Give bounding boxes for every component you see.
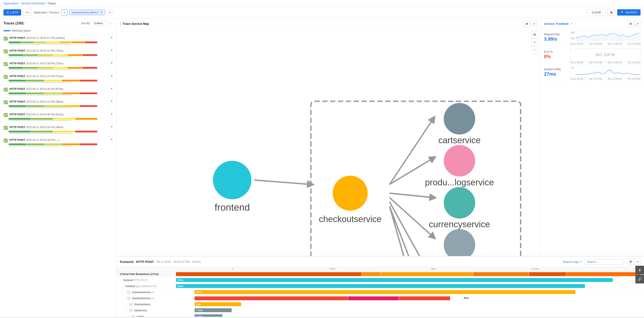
cart-icon-2: 📄 xyxy=(132,315,134,317)
service-popout-btn[interactable]: ⊞ xyxy=(628,21,634,27)
trace-row-bar-critical xyxy=(176,272,640,276)
traces-panel: Traces (100): Sort By: Outliers Newest D… xyxy=(0,18,116,317)
triangle-marker: ▼ xyxy=(111,125,113,128)
map-zoom-in-btn[interactable]: + xyxy=(531,39,538,46)
clear-button[interactable]: CLEAR xyxy=(587,9,606,16)
metric-info-duration: Duration (P95) 27ms xyxy=(544,68,568,77)
sort-select[interactable]: Outliers Newest Duration xyxy=(92,21,108,26)
trace-method: HTTP POST xyxy=(10,100,25,103)
breadcrumb-applications[interactable]: Applications xyxy=(4,2,18,5)
filter-value-text: opentelemetry-demo.* xyxy=(72,11,99,14)
checkout-icon-1: 📄 xyxy=(127,291,130,294)
trace-search-input[interactable] xyxy=(584,259,623,265)
expand-icon[interactable]: ⤢ xyxy=(110,22,113,25)
no-data-chart: NO DATA xyxy=(570,48,640,61)
trace-item[interactable]: ✅ HTTP POST 2023-08-11 08:52:38 PM (72ms… xyxy=(0,60,116,72)
axis-tue: Tue 12:00 AM xyxy=(627,43,640,45)
sub-bar xyxy=(9,69,71,70)
bar-checkout-pr: 9ms xyxy=(176,296,640,300)
filter-dropdown[interactable]: ▾ xyxy=(61,10,68,15)
timeline-9: 9ms xyxy=(431,267,436,270)
trace-map-panel: ℹ Trace Service Map ⊞ ⤢ ◎ + − xyxy=(116,18,540,256)
code-button[interactable]: </> xyxy=(23,9,32,16)
metric-info-request-rate: Request Rate 3.99/s xyxy=(544,33,568,42)
trace-item[interactable]: ✅ HTTP POST 2023-08-11 08:51:03 PM (71ms… xyxy=(0,72,116,85)
search-button[interactable]: 🔍 SEARCH xyxy=(617,9,640,16)
trace-row-checkout-ot[interactable]: − 📄 checkoutservice ot... 15ms xyxy=(116,289,644,295)
trace-item[interactable]: ✅ HTTP POST 2023-08-11 08:54:46 PM (67ms… xyxy=(0,85,116,98)
svg-point-9 xyxy=(213,161,252,199)
trace-item[interactable]: ✅ HTTP POST 2023-08-11 08:51:01 PM (59ms… xyxy=(0,98,116,111)
metric-chart-request-rate: 600 200 Sat 12:00 AM Sun 12:00 xyxy=(570,31,640,44)
trace-info: HTTP POST 2023-08-11 08:54:46 PM (67ms) xyxy=(10,87,109,91)
service-expand-btn[interactable]: ⤢ xyxy=(634,21,640,27)
trace-item[interactable]: ✅ HTTP POST 2023-08-11 08:44:48 PM (51ms… xyxy=(0,111,116,123)
trace-item[interactable]: ✅ HTTP POST 2023-08-11 08:54:56 PM (49ms… xyxy=(0,123,116,136)
search-logs-button[interactable]: Search Logs ↗ xyxy=(563,260,582,263)
trace-method: HTTP POST xyxy=(10,36,25,40)
cart-icon-1: 📄 xyxy=(130,309,132,312)
traces-title: Traces (100): xyxy=(4,21,24,25)
add-filter-button[interactable]: + xyxy=(107,10,113,16)
trace-method: HTTP POST xyxy=(10,113,25,116)
svg-text:produ...logservice: produ...logservice xyxy=(425,177,494,187)
check-icon: ✅ xyxy=(4,62,8,66)
trace-item[interactable]: ✅ HTTP POST 2023-08-11 08:45:57 PM (143m… xyxy=(0,34,116,47)
bars-row xyxy=(9,131,97,132)
external-link-icon[interactable]: ↗ xyxy=(570,22,572,25)
trace-time: 2023-08-11 08:52:38 PM (72ms) xyxy=(26,62,63,65)
check-icon: ✅ xyxy=(4,113,8,117)
trace-row-checkoutservi[interactable]: − 📄 checkoutservi... 1ms xyxy=(116,301,644,307)
right-panel: ℹ Trace Service Map ⊞ ⤢ ◎ + − xyxy=(116,18,644,317)
breadcrumb-current: Traces xyxy=(48,2,56,5)
label-frontend-grpc: − frontend grpc.oteldemo.Ch... xyxy=(120,285,176,288)
detail-duration: (18ms) xyxy=(192,260,200,263)
trace-time: 2023-08-11 08:51:01 PM (59ms) xyxy=(26,100,63,103)
metric-row-request-rate: Request Rate 3.99/s 600 200 xyxy=(540,29,644,46)
map-zoom-out-btn[interactable]: − xyxy=(531,46,538,53)
timeline-header: 0 4.5ms 9ms 13.5ms 18ms xyxy=(116,267,644,271)
svg-text:cartservice: cartservice xyxy=(438,135,480,145)
critical-path-label: Critical Path Breakdown (17ms) xyxy=(120,273,159,276)
sub-bar xyxy=(9,146,71,146)
trace-bars xyxy=(9,80,113,83)
breadcrumb-service-dashboard[interactable]: Service Dashboard xyxy=(21,2,45,5)
trace-row-frontend-post[interactable]: − frontend HTTP POST 17ms xyxy=(116,277,644,283)
breadcrumb-sep-1: › xyxy=(20,2,20,5)
map-expand-btn[interactable]: ⤢ xyxy=(531,21,537,27)
sparkline-request-rate xyxy=(576,32,640,41)
filter-close-icon[interactable]: ✕ xyxy=(100,11,103,14)
trace-bars xyxy=(9,118,113,121)
map-icon-btn-1[interactable]: ⊞ xyxy=(524,21,530,27)
trace-row-frontend-grpc[interactable]: − frontend grpc.oteldemo.Ch... 16ms xyxy=(116,283,644,289)
axis-mon: Mon 12:00 AM xyxy=(608,43,622,45)
check-icon: ✅ xyxy=(4,87,8,92)
matching-spans: Matching Spans xyxy=(0,28,116,34)
bookmark-button[interactable]: 🔖 xyxy=(607,9,616,16)
trace-row-critical[interactable]: Critical Path Breakdown (17ms) xyxy=(116,271,644,277)
bars-row xyxy=(9,67,97,69)
trace-bars xyxy=(9,54,113,57)
trace-info: HTTP POST 2023-08-11 08:44:48 PM (...) xyxy=(10,138,109,141)
filter-value-chip[interactable]: opentelemetry-demo.* ✕ xyxy=(69,10,105,15)
chevron-down-icon: ▾ xyxy=(64,11,65,14)
map-target-btn[interactable]: ◎ xyxy=(531,31,538,38)
timeline-13.5: 13.5ms xyxy=(531,267,539,270)
trace-item[interactable]: ✅ HTTP POST 2023-08-11 08:45:42 PM (73ms… xyxy=(0,47,116,60)
trace-row-cartservice[interactable]: − 📄 cartservice... < 1ms xyxy=(116,307,644,313)
link-btn[interactable]: 🔗 xyxy=(635,275,644,283)
download-btn[interactable]: ⬇ xyxy=(635,266,644,274)
trace-row-cartser[interactable]: − 📄 cartser... < 1ms xyxy=(116,313,644,317)
trace-item[interactable]: ✅ HTTP POST 2023-08-11 08:44:48 PM (...)… xyxy=(0,136,116,149)
lists-button[interactable]: ☰ LISTS xyxy=(4,9,21,16)
traces-header: Traces (100): Sort By: Outliers Newest D… xyxy=(0,18,116,28)
label-cartservice: − 📄 cartservice... xyxy=(120,309,176,312)
svg-text:frontend: frontend xyxy=(214,202,250,213)
detail-expand-btn[interactable]: ⤢ xyxy=(634,259,640,265)
detail-popout-btn[interactable]: ⊞ xyxy=(628,259,634,265)
svg-line-4 xyxy=(390,193,433,198)
trace-row-checkout-pr[interactable]: − 📄 checkoutservice pr... 9ms xyxy=(116,295,644,301)
traces-list: ✅ HTTP POST 2023-08-11 08:45:57 PM (143m… xyxy=(0,34,116,317)
sub-bar xyxy=(9,120,71,121)
trace-row-label-critical: Critical Path Breakdown (17ms) xyxy=(120,273,176,276)
